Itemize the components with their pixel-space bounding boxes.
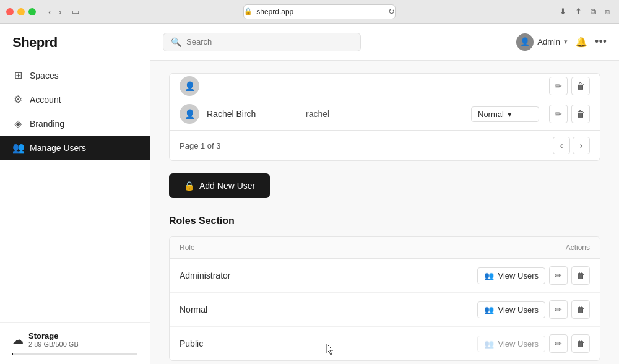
pagination-row: Page 1 of 3 ‹ › <box>169 131 600 161</box>
url-text: sheprd.app <box>256 7 293 16</box>
address-bar: 🔒 sheprd.app ↻ <box>243 4 396 19</box>
edit-administrator-button[interactable]: ✏ <box>549 266 568 285</box>
edit-public-button[interactable]: ✏ <box>549 334 568 353</box>
content-inner: 👤 ✏ 🗑 👤 Rachel Birch rachel Normal ▾ ✏ 🗑 <box>150 61 619 364</box>
close-button[interactable] <box>6 8 14 15</box>
window-expand-icon[interactable]: ⧉ <box>587 6 599 18</box>
add-user-icon: 🔒 <box>184 181 194 191</box>
role-name-administrator: Administrator <box>180 271 477 280</box>
minimize-button[interactable] <box>17 8 25 15</box>
roles-table: Role Actions Administrator 👥 View Users … <box>169 236 600 361</box>
add-user-label: Add New User <box>199 181 255 191</box>
view-users-public-icon: 👥 <box>484 339 494 349</box>
rachel-name: Rachel Birch <box>207 109 306 119</box>
window-chrome: ‹ › ▭ 🔒 sheprd.app ↻ ⬇ ⬆ ⧉ ⧈ <box>0 0 619 24</box>
storage-amount: 2.89 GB/500 GB <box>28 340 79 348</box>
window-controls-right: ⬇ ⬆ ⧉ ⧈ <box>556 6 613 18</box>
spaces-icon: ⊞ <box>12 69 24 81</box>
notification-icon[interactable]: 🔔 <box>575 36 587 48</box>
user-row-partial: 👤 ✏ 🗑 <box>169 73 600 98</box>
role-dropdown-arrow: ▾ <box>508 110 512 119</box>
pagination-buttons: ‹ › <box>553 137 590 154</box>
cloud-icon: ☁ <box>12 333 24 347</box>
avatar: 👤 <box>516 33 534 51</box>
storage-bar-background <box>12 353 137 355</box>
sidebar-label-spaces: Spaces <box>30 71 59 80</box>
delete-normal-button[interactable]: 🗑 <box>571 300 590 319</box>
storage-bar-fill <box>12 353 13 355</box>
manage-users-icon: 👥 <box>12 142 24 154</box>
storage-label: Storage <box>28 331 79 340</box>
rachel-role-label: Normal <box>478 110 504 119</box>
page-info: Page 1 of 3 <box>180 141 221 150</box>
delete-rachel-button[interactable]: 🗑 <box>571 105 590 123</box>
view-users-public-label: View Users <box>498 339 539 349</box>
traffic-lights <box>6 8 36 15</box>
view-users-administrator-button[interactable]: 👥 View Users <box>477 267 545 284</box>
view-users-normal-button[interactable]: 👥 View Users <box>477 301 545 318</box>
role-actions-normal: 👥 View Users ✏ 🗑 <box>477 300 590 319</box>
delete-public-button[interactable]: 🗑 <box>571 334 590 353</box>
sidebar-item-manage-users[interactable]: 👥 Manage Users <box>0 136 150 160</box>
next-page-button[interactable]: › <box>573 137 590 154</box>
download-icon[interactable]: ⬇ <box>556 6 569 17</box>
sidebar-label-branding: Branding <box>30 119 64 129</box>
view-users-normal-icon: 👥 <box>484 305 494 314</box>
back-button[interactable]: ‹ <box>46 6 54 18</box>
more-windows-icon[interactable]: ⧈ <box>602 6 613 18</box>
add-new-user-button[interactable]: 🔒 Add New User <box>169 173 270 198</box>
user-row-rachel: 👤 Rachel Birch rachel Normal ▾ ✏ 🗑 <box>169 98 600 131</box>
role-actions-public: 👥 View Users ✏ 🗑 <box>477 334 590 353</box>
rachel-username: rachel <box>306 109 380 119</box>
reload-button[interactable]: ↻ <box>388 7 395 16</box>
view-users-normal-label: View Users <box>498 305 539 314</box>
admin-menu[interactable]: 👤 Admin ▾ <box>516 33 568 51</box>
rachel-avatar: 👤 <box>180 104 199 124</box>
sidebar-footer: ☁ Storage 2.89 GB/500 GB <box>0 322 150 364</box>
sidebar-item-branding[interactable]: ◈ Branding <box>0 111 150 136</box>
search-icon: 🔍 <box>171 37 181 47</box>
lock-icon: 🔒 <box>244 7 253 15</box>
app-container: Sheprd ⊞ Spaces ⚙ Account ◈ Branding 👥 M… <box>0 24 619 364</box>
header-actions: 👤 Admin ▾ 🔔 ••• <box>516 33 607 51</box>
more-options-icon[interactable]: ••• <box>595 35 607 48</box>
sidebar-label-account: Account <box>30 95 61 105</box>
prev-page-button[interactable]: ‹ <box>553 137 570 154</box>
edit-normal-button[interactable]: ✏ <box>549 300 568 319</box>
sidebar-item-account[interactable]: ⚙ Account <box>0 87 150 111</box>
nav-arrows: ‹ › <box>46 6 64 18</box>
admin-dropdown-arrow: ▾ <box>564 38 568 46</box>
role-name-normal: Normal <box>180 305 477 314</box>
admin-label: Admin <box>537 37 560 46</box>
forward-button[interactable]: › <box>56 6 64 18</box>
view-users-admin-icon: 👥 <box>484 271 494 280</box>
sidebar-nav: ⊞ Spaces ⚙ Account ◈ Branding 👥 Manage U… <box>0 61 150 322</box>
main-content: 👤 ✏ 🗑 👤 Rachel Birch rachel Normal ▾ ✏ 🗑 <box>150 24 619 364</box>
col-actions-header: Actions <box>466 243 590 252</box>
role-row-normal: Normal 👥 View Users ✏ 🗑 <box>170 293 600 327</box>
col-role-header: Role <box>180 243 466 252</box>
roles-section-title: Roles Section <box>169 215 600 227</box>
role-row-administrator: Administrator 👥 View Users ✏ 🗑 <box>170 259 600 293</box>
role-row-public: Public 👥 View Users ✏ 🗑 <box>170 327 600 360</box>
branding-icon: ◈ <box>12 118 24 129</box>
app-logo: Sheprd <box>0 24 150 61</box>
search-box[interactable]: 🔍 <box>163 33 361 51</box>
sidebar-item-spaces[interactable]: ⊞ Spaces <box>0 63 150 87</box>
role-name-public: Public <box>180 339 477 349</box>
edit-rachel-button[interactable]: ✏ <box>549 105 568 123</box>
user-avatar-partial: 👤 <box>180 76 199 96</box>
delete-administrator-button[interactable]: 🗑 <box>571 266 590 285</box>
tab-layout-button[interactable]: ▭ <box>69 6 82 17</box>
view-users-public-button[interactable]: 👥 View Users <box>477 336 545 352</box>
share-icon[interactable]: ⬆ <box>572 6 585 17</box>
rachel-role-select[interactable]: Normal ▾ <box>471 106 539 122</box>
storage-info: ☁ Storage 2.89 GB/500 GB <box>12 331 137 355</box>
maximize-button[interactable] <box>28 8 36 15</box>
search-input[interactable] <box>186 37 353 46</box>
delete-btn-partial[interactable]: 🗑 <box>571 77 590 95</box>
sidebar-label-manage-users: Manage Users <box>30 143 86 153</box>
edit-btn-partial[interactable]: ✏ <box>549 77 568 95</box>
sidebar: Sheprd ⊞ Spaces ⚙ Account ◈ Branding 👥 M… <box>0 24 150 364</box>
role-actions-administrator: 👥 View Users ✏ 🗑 <box>477 266 590 285</box>
